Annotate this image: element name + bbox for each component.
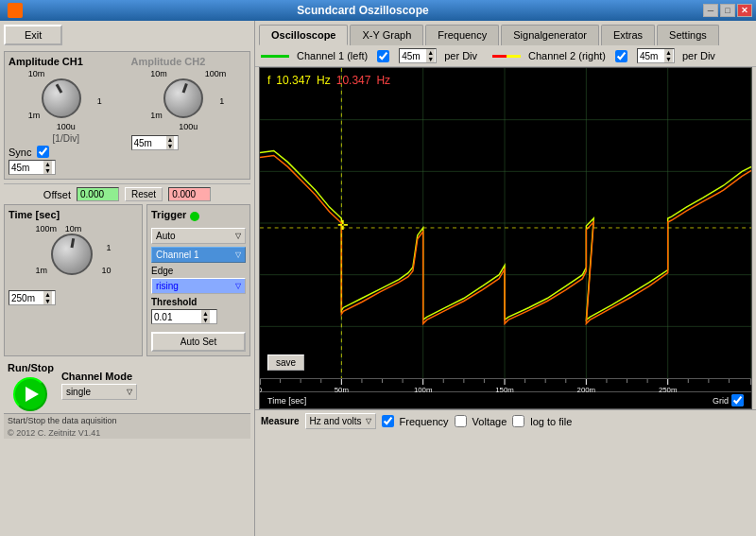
ch1-knob-label-bl: 1m	[28, 111, 41, 120]
ch2-value-up[interactable]: ▲	[166, 136, 175, 143]
left-panel: Exit Amplitude CH1 10m 1m 1 100u [1/Div]	[0, 21, 255, 536]
measure-dropdown[interactable]: Hz and volts ▽	[305, 413, 376, 429]
time-value-spinbox[interactable]: ▲ ▼	[9, 290, 56, 305]
ch2-knob-label-r: 1	[219, 96, 224, 106]
tab-settings[interactable]: Settings	[657, 25, 719, 45]
ch2-amplitude-knob[interactable]	[163, 78, 203, 118]
time-label-tl: 100m	[36, 224, 58, 233]
ch1-per-div-label: per Div	[444, 50, 477, 61]
ch1-amplitude-knob[interactable]	[42, 78, 81, 118]
offset-label: Offset	[43, 189, 71, 200]
ch1-value-spinbox[interactable]: ▲ ▼	[9, 160, 56, 175]
tab-oscilloscope[interactable]: Oscilloscope	[259, 25, 348, 45]
amplitude-section: Amplitude CH1 10m 1m 1 100u [1/Div] Sync	[4, 51, 250, 180]
threshold-spinbox[interactable]: ▲ ▼	[151, 309, 217, 324]
scope-display[interactable]: ✛ f 10.347 Hz 10.347 Hz save	[259, 67, 752, 379]
ch2-value-down[interactable]: ▼	[166, 143, 175, 149]
main-container: Exit Amplitude CH1 10m 1m 1 100u [1/Div]	[0, 21, 756, 536]
voltage-label: Voltage	[472, 416, 507, 427]
ch2-value-spinbox[interactable]: ▲ ▼	[131, 135, 179, 150]
grid-checkbox[interactable]	[731, 394, 744, 406]
reset-button[interactable]: Reset	[125, 187, 163, 201]
crosshair-marker: ✛	[337, 217, 349, 233]
log-checkbox[interactable]	[512, 415, 524, 427]
maximize-button[interactable]: □	[720, 4, 735, 17]
ch2-per-div-up[interactable]: ▲	[664, 49, 673, 56]
minimize-button[interactable]: ─	[703, 4, 718, 17]
save-button[interactable]: save	[267, 354, 304, 371]
ch2-per-div-down[interactable]: ▼	[664, 56, 673, 62]
trigger-title: Trigger	[151, 209, 186, 220]
frequency-checkbox[interactable]	[382, 415, 394, 427]
ch1-div-label: [1/Div]	[9, 133, 124, 144]
trigger-mode-dropdown[interactable]: Auto ▽	[151, 228, 246, 244]
time-axis-bar: Time [sec] Grid	[259, 392, 752, 409]
tab-signalgenerator[interactable]: Signalgenerator	[501, 25, 599, 45]
status-text: Start/Stop the data aquisition	[8, 416, 117, 425]
tab-xy-graph[interactable]: X-Y Graph	[350, 25, 423, 45]
auto-set-button[interactable]: Auto Set	[151, 332, 246, 352]
channel-mode-dropdown[interactable]: single ▽	[61, 384, 137, 400]
trigger-mode-label: Auto	[156, 231, 176, 241]
amplitude-ch1: Amplitude CH1 10m 1m 1 100u [1/Div] Sync	[9, 56, 124, 175]
close-button[interactable]: ✕	[737, 4, 752, 17]
frequency-label: Frequency	[400, 416, 449, 427]
threshold-up[interactable]: ▲	[201, 310, 210, 317]
time-tick-bar: 0 50m 100m 150m 200m 250m	[259, 379, 752, 392]
ch1-per-div-input[interactable]	[400, 50, 426, 62]
trigger-indicator	[190, 212, 199, 221]
ch2-value-input[interactable]	[132, 137, 166, 149]
bottom-bar: © 2012 C. Zeitnitz V1.41	[4, 427, 250, 439]
svg-text:100m: 100m	[414, 386, 433, 392]
trigger-edge-dropdown[interactable]: rising ▽	[151, 278, 246, 294]
ch2-checkbox[interactable]	[615, 50, 627, 62]
tab-frequency[interactable]: Frequency	[425, 25, 499, 45]
threshold-down[interactable]: ▼	[201, 317, 210, 323]
time-label-bl: 1m	[36, 266, 48, 275]
exit-button[interactable]: Exit	[4, 25, 62, 45]
status-bar: Start/Stop the data aquisition	[4, 413, 250, 427]
ch1-per-div-down[interactable]: ▼	[426, 56, 435, 62]
trigger-channel-dropdown[interactable]: Channel 1 ▽	[151, 247, 246, 263]
play-button[interactable]	[13, 377, 47, 411]
ch1-value-up[interactable]: ▲	[43, 161, 52, 167]
ch2-value-box: ▲ ▼	[131, 135, 247, 150]
time-knob[interactable]	[51, 233, 93, 275]
log-label: log to file	[530, 416, 572, 427]
time-value-up[interactable]: ▲	[43, 291, 52, 298]
trigger-mode-arrow: ▽	[235, 232, 241, 240]
svg-text:250m: 250m	[659, 386, 678, 392]
ch1-sync-checkbox[interactable]	[37, 146, 49, 158]
ch2-per-div-input[interactable]	[638, 50, 664, 62]
time-label-t: 10m	[65, 224, 82, 233]
ch2-per-div-label: per Div	[682, 50, 715, 61]
ch1-value-input[interactable]	[9, 162, 43, 174]
amplitude-ch2: Amplitude CH2 10m 100m 1m 1 100u ▲	[131, 56, 247, 175]
voltage-checkbox[interactable]	[455, 415, 467, 427]
time-section: Time [sec] 100m 1 1m 10 10m ▲	[4, 204, 143, 356]
time-axis-label: Time [sec]	[267, 396, 306, 406]
offset-ch1-input[interactable]	[77, 187, 119, 201]
tab-extras[interactable]: Extras	[601, 25, 655, 45]
trigger-channel-arrow: ▽	[235, 251, 241, 259]
ch2-per-div-spinbox[interactable]: ▲ ▼	[637, 48, 675, 63]
ch1-per-div-up[interactable]: ▲	[426, 49, 435, 56]
ch1-knob-label-r: 1	[97, 96, 102, 106]
run-stop-section: Run/Stop	[8, 362, 54, 411]
window-controls: ─ □ ✕	[703, 4, 752, 17]
ch2-label: Channel 2 (right)	[528, 50, 606, 61]
ch1-value-down[interactable]: ▼	[43, 167, 52, 174]
ch1-checkbox[interactable]	[377, 50, 389, 62]
app-icon	[8, 3, 23, 18]
channel-mode-value: single	[66, 387, 91, 397]
time-value-down[interactable]: ▼	[43, 298, 52, 304]
svg-text:200m: 200m	[577, 386, 596, 392]
threshold-input[interactable]	[152, 311, 201, 323]
ch1-label: Channel 1 (left)	[297, 50, 368, 61]
time-value-input[interactable]	[9, 292, 43, 304]
offset-ch2-input[interactable]	[168, 187, 211, 201]
offset-section: Offset Reset	[4, 183, 250, 204]
ch1-per-div-spinbox[interactable]: ▲ ▼	[399, 48, 437, 63]
grid-row: Grid	[713, 394, 744, 406]
ch2-line-red	[492, 55, 507, 58]
